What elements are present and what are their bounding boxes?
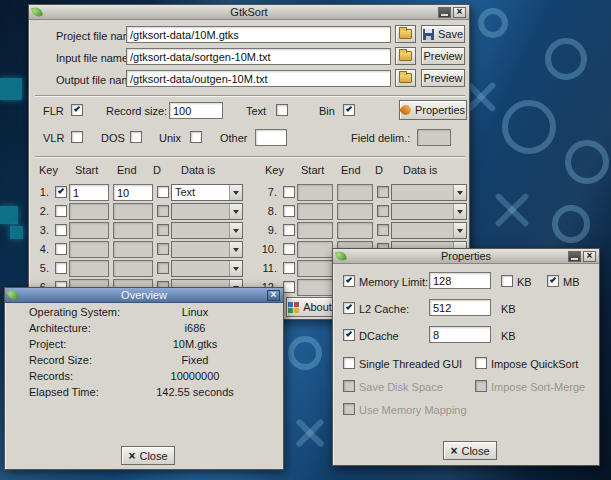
close-icon[interactable]: × <box>453 7 466 18</box>
dos-checkbox[interactable] <box>130 131 142 143</box>
app-leaf-icon <box>7 289 19 301</box>
row-number: 2. <box>31 205 49 217</box>
kb-checkbox[interactable] <box>501 275 513 287</box>
close-icon[interactable]: × <box>583 251 596 262</box>
bin-checkbox[interactable] <box>343 104 355 116</box>
key-checkbox[interactable] <box>55 262 67 274</box>
key-checkbox[interactable] <box>283 262 295 274</box>
key-checkbox[interactable] <box>55 224 67 236</box>
flr-label: FLR <box>43 105 64 117</box>
architecture-label: Architecture: <box>29 322 91 334</box>
field-delim-label: Field delim.: <box>351 132 410 144</box>
impose-quicksort-label: Impose QuickSort <box>491 358 578 370</box>
data-type-select <box>171 203 243 220</box>
memory-limit-checkbox[interactable] <box>343 275 355 287</box>
record-size-value: Fixed <box>125 354 265 366</box>
key-checkbox[interactable] <box>55 205 67 217</box>
chevron-down-icon <box>229 185 242 200</box>
input-file-label: Input file name: <box>56 52 131 64</box>
start-field[interactable] <box>69 184 109 201</box>
col-header-key: Key <box>39 164 58 176</box>
col-header-datais: Data is <box>403 164 437 176</box>
project-label: Project: <box>29 338 66 350</box>
end-field <box>113 203 153 220</box>
row-number: 11. <box>257 262 277 274</box>
save-button[interactable]: Save <box>421 25 465 43</box>
l2-cache-checkbox[interactable] <box>343 302 355 314</box>
records-label: Records: <box>29 370 73 382</box>
overview-title: Overview <box>5 289 283 301</box>
col-header-datais: Data is <box>181 164 215 176</box>
end-field <box>337 184 373 201</box>
descending-checkbox <box>157 262 169 274</box>
about-button[interactable]: About <box>286 297 334 317</box>
l2-cache-label: L2 Cache: <box>359 303 409 315</box>
output-preview-button[interactable]: Preview <box>421 69 465 87</box>
input-preview-button[interactable]: Preview <box>421 47 465 65</box>
key-checkbox[interactable] <box>283 186 295 198</box>
wallpaper-x-shape <box>292 415 328 451</box>
text-checkbox[interactable] <box>276 104 288 116</box>
single-threaded-checkbox[interactable] <box>343 357 355 369</box>
record-size-label: Record size: <box>106 105 167 117</box>
start-field <box>297 184 333 201</box>
start-field <box>297 241 333 258</box>
separator <box>35 95 465 97</box>
folder-icon <box>399 29 412 39</box>
data-type-select[interactable]: Text <box>171 184 243 201</box>
overview-titlebar[interactable]: Overview × <box>5 288 283 303</box>
l2-cache-input[interactable] <box>429 299 491 316</box>
row-number: 10. <box>257 243 277 255</box>
elapsed-time-value: 142.55 seconds <box>125 386 265 398</box>
descending-checkbox[interactable] <box>157 186 169 198</box>
output-browse-button[interactable] <box>395 69 416 87</box>
dcache-checkbox[interactable] <box>343 329 355 341</box>
key-checkbox[interactable] <box>283 243 295 255</box>
minimize-button[interactable] <box>438 7 451 18</box>
properties-button[interactable]: Properties <box>399 100 467 120</box>
row-number: 9. <box>257 224 277 236</box>
other-input[interactable] <box>255 129 287 146</box>
project-browse-button[interactable] <box>395 25 416 43</box>
key-checkbox[interactable] <box>283 224 295 236</box>
overview-close-button[interactable]: ×Close <box>121 446 175 465</box>
chevron-down-icon <box>229 204 242 219</box>
data-type-select <box>391 203 467 220</box>
dos-label: DOS <box>101 132 125 144</box>
start-field <box>69 241 109 258</box>
input-browse-button[interactable] <box>395 47 416 65</box>
mb-label: MB <box>563 276 580 288</box>
memory-limit-input[interactable] <box>429 272 491 289</box>
end-field[interactable] <box>113 184 153 201</box>
use-memory-mapping-checkbox <box>343 403 355 415</box>
table-row: 1. Text 7. <box>29 183 469 202</box>
key-checkbox[interactable] <box>55 243 67 255</box>
wallpaper-o-shape <box>552 205 590 243</box>
data-type-select <box>171 241 243 258</box>
output-file-input[interactable] <box>126 70 391 87</box>
input-file-input[interactable] <box>126 48 391 65</box>
properties-titlebar[interactable]: Properties × <box>333 249 599 264</box>
mb-checkbox[interactable] <box>547 275 559 287</box>
start-field <box>69 260 109 277</box>
use-memory-mapping-label: Use Memory Mapping <box>359 404 467 416</box>
text-label: Text <box>246 105 266 117</box>
impose-quicksort-checkbox[interactable] <box>475 357 487 369</box>
flr-checkbox[interactable] <box>71 104 83 116</box>
dcache-input[interactable] <box>429 326 491 343</box>
key-checkbox[interactable] <box>55 186 67 198</box>
key-checkbox[interactable] <box>283 205 295 217</box>
key-checkbox[interactable] <box>283 281 295 293</box>
main-titlebar[interactable]: GtkSort × <box>29 5 469 20</box>
vlr-checkbox[interactable] <box>71 131 83 143</box>
record-size-input[interactable] <box>169 102 223 119</box>
impose-sort-merge-checkbox <box>475 380 487 392</box>
save-disk-space-checkbox <box>343 380 355 392</box>
minimize-button[interactable] <box>568 251 581 262</box>
other-label: Other <box>220 132 248 144</box>
properties-close-button[interactable]: ×Close <box>443 441 497 460</box>
close-icon[interactable]: × <box>267 290 280 301</box>
unix-checkbox[interactable] <box>190 131 202 143</box>
project-file-input[interactable] <box>126 26 391 43</box>
records-value: 10000000 <box>125 370 265 382</box>
